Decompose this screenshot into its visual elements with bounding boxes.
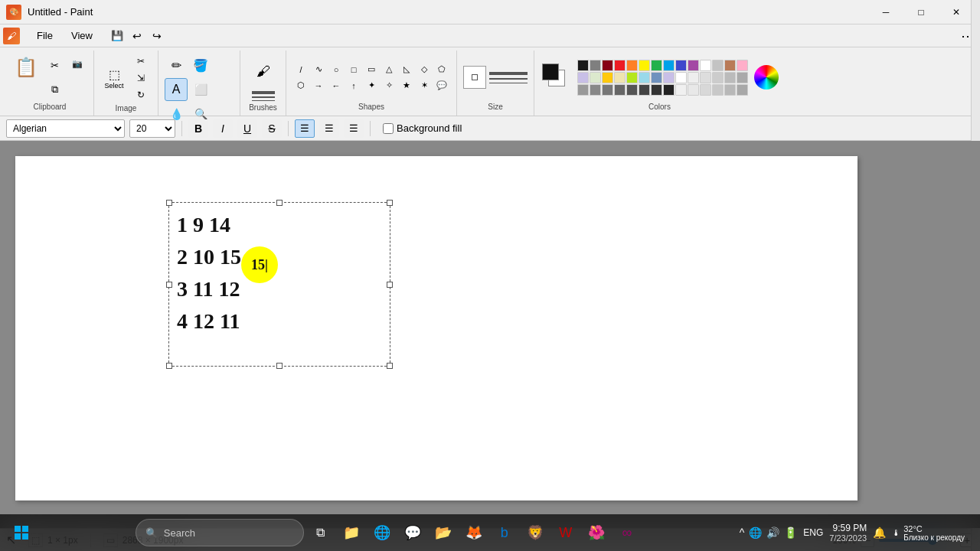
color-swatch[interactable]: [639, 60, 650, 71]
hex-shape[interactable]: ⬡: [292, 78, 309, 93]
strikethrough-button[interactable]: S: [262, 119, 282, 138]
diamond-shape[interactable]: ◇: [416, 62, 433, 77]
taskbar-folder[interactable]: 📂: [430, 519, 457, 546]
color-swatch[interactable]: [712, 72, 724, 83]
brush-size-3[interactable]: [252, 100, 275, 101]
curve-shape[interactable]: ∿: [310, 62, 327, 77]
tray-sound[interactable]: 🔊: [766, 527, 779, 539]
color-swatch[interactable]: [675, 60, 687, 71]
taskbar-search[interactable]: 🔍 Search: [136, 519, 304, 546]
cut-button[interactable]: ✂: [43, 54, 66, 77]
color-swatch[interactable]: [688, 60, 699, 71]
triangle-shape[interactable]: △: [381, 62, 397, 77]
select-tool[interactable]: ⬚ Select: [100, 60, 128, 96]
star4-shape[interactable]: ✧: [381, 78, 397, 93]
canvas-area[interactable]: 1 9 14 2 10 15 3 11 12 4 12 11 15|: [0, 141, 980, 528]
resize-handle-middle-left[interactable]: [166, 282, 172, 288]
view-menu[interactable]: View: [64, 27, 100, 44]
save-quickaccess[interactable]: 💾: [108, 27, 126, 45]
rotate-tool[interactable]: ↻: [130, 87, 152, 103]
color-swatch[interactable]: [700, 60, 711, 71]
foreground-color-box[interactable]: [542, 64, 559, 80]
copy-button[interactable]: ⧉: [43, 78, 66, 101]
color-swatch[interactable]: [724, 84, 736, 96]
pencil-tool[interactable]: ✏: [165, 54, 188, 77]
fill-tool[interactable]: 🪣: [189, 54, 212, 77]
color-swatch[interactable]: [688, 72, 699, 83]
taskbar-app2[interactable]: 🌺: [583, 519, 610, 546]
text-content[interactable]: 1 9 14 2 10 15 3 11 12 4 12 11: [169, 203, 390, 344]
color-swatch[interactable]: [651, 72, 662, 83]
color-swatch[interactable]: [724, 72, 736, 83]
font-selector[interactable]: Algerian: [6, 119, 125, 138]
task-view-button[interactable]: ⧉: [307, 519, 335, 546]
size-line-3[interactable]: [489, 83, 528, 83]
text-tool[interactable]: A: [165, 78, 188, 101]
time-display[interactable]: 9:59 PM 7/23/2023: [829, 523, 867, 543]
color-swatch[interactable]: [602, 60, 613, 71]
bold-button[interactable]: B: [188, 119, 208, 138]
file-menu[interactable]: File: [29, 27, 60, 44]
taskbar-explorer[interactable]: 📁: [338, 519, 365, 546]
color-swatch[interactable]: [590, 84, 601, 96]
star5-shape[interactable]: ★: [398, 78, 415, 93]
color-swatch[interactable]: [675, 84, 687, 96]
color-swatch[interactable]: [675, 72, 687, 83]
right-triangle-shape[interactable]: ◺: [398, 62, 415, 77]
color-swatch[interactable]: [737, 84, 748, 96]
color-swatch[interactable]: [651, 60, 662, 71]
color-swatch[interactable]: [614, 60, 626, 71]
color-swatch[interactable]: [602, 84, 613, 96]
maximize-button[interactable]: □: [903, 0, 939, 24]
color-swatch[interactable]: [700, 72, 711, 83]
align-right-button[interactable]: ☰: [344, 119, 364, 138]
resize-handle-top-center[interactable]: [276, 200, 283, 206]
resize-handle-top-right[interactable]: [387, 200, 393, 206]
four-arrow-shape[interactable]: ✦: [363, 78, 380, 93]
color-swatch[interactable]: [712, 60, 724, 71]
size-line-1[interactable]: [489, 72, 528, 75]
taskbar-app3[interactable]: ∞: [613, 519, 641, 546]
resize-handle-bottom-right[interactable]: [387, 363, 393, 369]
color-swatch[interactable]: [577, 84, 589, 96]
color-swatch[interactable]: [700, 84, 711, 96]
brush-size-2[interactable]: [252, 96, 275, 98]
oval-shape[interactable]: ○: [328, 62, 345, 77]
color-swatch[interactable]: [724, 60, 736, 71]
color-swatch[interactable]: [663, 60, 675, 71]
underline-button[interactable]: U: [237, 119, 257, 138]
brush-size-1[interactable]: [252, 91, 275, 94]
crop-tool[interactable]: ✂: [130, 54, 152, 69]
left-arrow-shape[interactable]: ←: [328, 78, 345, 93]
eraser-tool[interactable]: ⬜: [189, 78, 212, 101]
italic-button[interactable]: I: [213, 119, 233, 138]
redo-button[interactable]: ↪: [148, 27, 166, 45]
pentagon-shape[interactable]: ⬠: [433, 62, 450, 77]
undo-button[interactable]: ↩: [128, 27, 146, 45]
taskbar-bing[interactable]: b: [491, 519, 518, 546]
taskbar-chat[interactable]: 💬: [399, 519, 426, 546]
star6-shape[interactable]: ✶: [416, 78, 433, 93]
color-swatch[interactable]: [614, 84, 626, 96]
color-swatch[interactable]: [602, 72, 613, 83]
notification-icon[interactable]: 🔔: [873, 527, 886, 539]
color-swatch[interactable]: [577, 72, 589, 83]
color-swatch[interactable]: [737, 72, 748, 83]
up-arrow-shape[interactable]: ↑: [345, 78, 362, 93]
resize-handle-top-left[interactable]: [166, 200, 172, 206]
text-selection-box[interactable]: 1 9 14 2 10 15 3 11 12 4 12 11: [168, 202, 390, 367]
tray-expand[interactable]: ^: [740, 527, 745, 539]
taskbar-firefox[interactable]: 🦊: [460, 519, 488, 546]
color-swatch[interactable]: [651, 84, 662, 96]
resize-handle-bottom-center[interactable]: [276, 363, 283, 369]
color-swatch[interactable]: [663, 72, 675, 83]
color-swatch[interactable]: [626, 60, 638, 71]
taskbar-brave[interactable]: 🦁: [521, 519, 549, 546]
font-size-selector[interactable]: 20: [129, 119, 175, 138]
color-swatch[interactable]: [614, 72, 626, 83]
resize-handle-bottom-left[interactable]: [166, 363, 172, 369]
color-swatch[interactable]: [663, 84, 675, 96]
callout-shape[interactable]: 💬: [433, 78, 450, 93]
taskbar-app1[interactable]: W: [552, 519, 580, 546]
tray-battery[interactable]: 🔋: [784, 527, 797, 539]
